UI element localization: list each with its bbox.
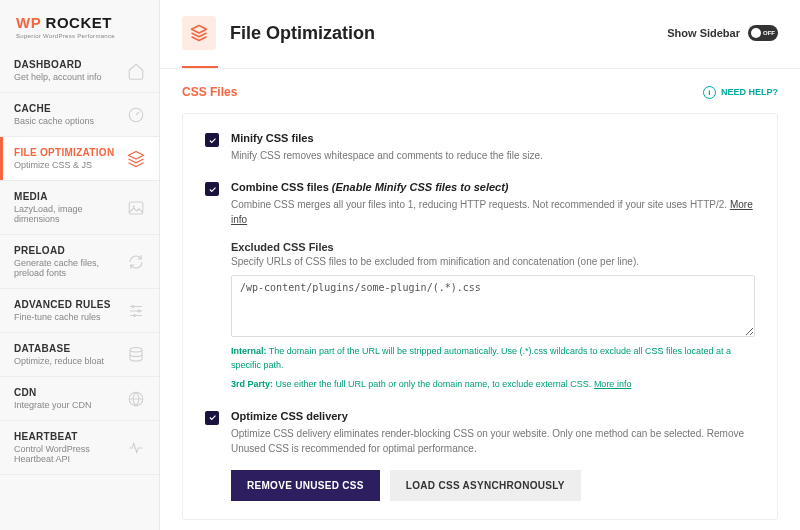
home-icon (127, 62, 145, 80)
load-css-async-button[interactable]: LOAD CSS ASYNCHRONOUSLY (390, 470, 581, 501)
combine-css-title: Combine CSS files (Enable Minify CSS fil… (231, 181, 755, 193)
excluded-css-block: Excluded CSS Files Specify URLs of CSS f… (231, 241, 755, 392)
sliders-icon (127, 302, 145, 320)
toggle-off-label: OFF (763, 30, 775, 36)
layers-icon (182, 16, 216, 50)
sidebar-item-file-optimization[interactable]: FILE OPTIMIZATIONOptimize CSS & JS (0, 137, 159, 181)
need-help-link[interactable]: i NEED HELP? (703, 86, 778, 99)
svg-point-5 (133, 314, 136, 317)
minify-css-title: Minify CSS files (231, 132, 755, 144)
nav-title: HEARTBEAT (14, 431, 127, 442)
excluded-css-desc: Specify URLs of CSS files to be excluded… (231, 256, 755, 267)
svg-point-6 (130, 347, 142, 352)
show-sidebar-toggle[interactable]: Show Sidebar OFF (667, 25, 778, 41)
globe-icon (127, 390, 145, 408)
sidebar-item-preload[interactable]: PRELOADGenerate cache files, preload fon… (0, 235, 159, 289)
sidebar-item-dashboard[interactable]: DASHBOARDGet help, account info (0, 49, 159, 93)
show-sidebar-label: Show Sidebar (667, 27, 740, 39)
optimize-css-checkbox[interactable] (205, 411, 219, 425)
nav-title: ADVANCED RULES (14, 299, 127, 310)
sidebar: WP ROCKET Superior WordPress Performance… (0, 0, 160, 530)
layers-icon (127, 150, 145, 168)
sidebar-item-database[interactable]: DATABASEOptimize, reduce bloat (0, 333, 159, 377)
nav-sub: Control WordPress Heartbeat API (14, 444, 127, 464)
excluded-css-textarea[interactable] (231, 275, 755, 337)
optimize-css-desc: Optimize CSS delivery eliminates render-… (231, 426, 755, 456)
svg-point-3 (132, 305, 135, 308)
svg-rect-1 (129, 202, 143, 214)
nav-sub: Basic cache options (14, 116, 127, 126)
nav-sub: LazyLoad, image dimensions (14, 204, 127, 224)
sidebar-item-cdn[interactable]: CDNIntegrate your CDN (0, 377, 159, 421)
nav-sub: Integrate your CDN (14, 400, 127, 410)
option-combine-css: Combine CSS files (Enable Minify CSS fil… (205, 181, 755, 392)
nav-title: CDN (14, 387, 127, 398)
sidebar-item-heartbeat[interactable]: HEARTBEATControl WordPress Heartbeat API (0, 421, 159, 475)
nav-sub: Optimize, reduce bloat (14, 356, 127, 366)
combine-css-checkbox[interactable] (205, 182, 219, 196)
info-icon: i (703, 86, 716, 99)
image-icon (127, 199, 145, 217)
combine-css-desc: Combine CSS merges all your files into 1… (231, 197, 755, 227)
gauge-icon (127, 106, 145, 124)
logo-wp: WP (16, 14, 41, 31)
nav-title: MEDIA (14, 191, 127, 202)
need-help-label: NEED HELP? (721, 87, 778, 97)
logo-rocket: ROCKET (46, 14, 112, 31)
nav-sub: Fine-tune cache rules (14, 312, 127, 322)
remove-unused-css-button[interactable]: REMOVE UNUSED CSS (231, 470, 380, 501)
optimize-css-title: Optimize CSS delivery (231, 410, 755, 422)
logo: WP ROCKET Superior WordPress Performance (0, 0, 159, 49)
excluded-hint-3rdparty: 3rd Party: Use either the full URL path … (231, 378, 755, 392)
header: File Optimization Show Sidebar OFF (160, 0, 800, 66)
nav: DASHBOARDGet help, account infoCACHEBasi… (0, 49, 159, 530)
more-info-link[interactable]: More info (594, 379, 632, 389)
logo-tagline: Superior WordPress Performance (16, 33, 143, 39)
nav-sub: Get help, account info (14, 72, 127, 82)
sidebar-item-cache[interactable]: CACHEBasic cache options (0, 93, 159, 137)
page-title: File Optimization (230, 23, 653, 44)
nav-title: DASHBOARD (14, 59, 127, 70)
minify-css-checkbox[interactable] (205, 133, 219, 147)
svg-point-4 (138, 309, 141, 312)
css-files-panel: Minify CSS files Minify CSS removes whit… (182, 113, 778, 520)
excluded-hint-internal: Internal: The domain part of the URL wil… (231, 345, 755, 372)
nav-title: FILE OPTIMIZATION (14, 147, 127, 158)
nav-title: CACHE (14, 103, 127, 114)
nav-sub: Generate cache files, preload fonts (14, 258, 127, 278)
nav-title: DATABASE (14, 343, 127, 354)
main: File Optimization Show Sidebar OFF CSS F… (160, 0, 800, 530)
toggle-switch[interactable]: OFF (748, 25, 778, 41)
excluded-css-title: Excluded CSS Files (231, 241, 755, 253)
nav-sub: Optimize CSS & JS (14, 160, 127, 170)
content: CSS Files i NEED HELP? Minify CSS files … (160, 69, 800, 530)
database-icon (127, 346, 145, 364)
refresh-icon (127, 253, 145, 271)
sidebar-item-media[interactable]: MEDIALazyLoad, image dimensions (0, 181, 159, 235)
heartbeat-icon (127, 439, 145, 457)
option-minify-css: Minify CSS files Minify CSS removes whit… (205, 132, 755, 163)
nav-title: PRELOAD (14, 245, 127, 256)
sidebar-item-advanced-rules[interactable]: ADVANCED RULESFine-tune cache rules (0, 289, 159, 333)
minify-css-desc: Minify CSS removes whitespace and commen… (231, 148, 755, 163)
section-title: CSS Files (182, 85, 237, 99)
option-optimize-css: Optimize CSS delivery Optimize CSS deliv… (205, 410, 755, 501)
